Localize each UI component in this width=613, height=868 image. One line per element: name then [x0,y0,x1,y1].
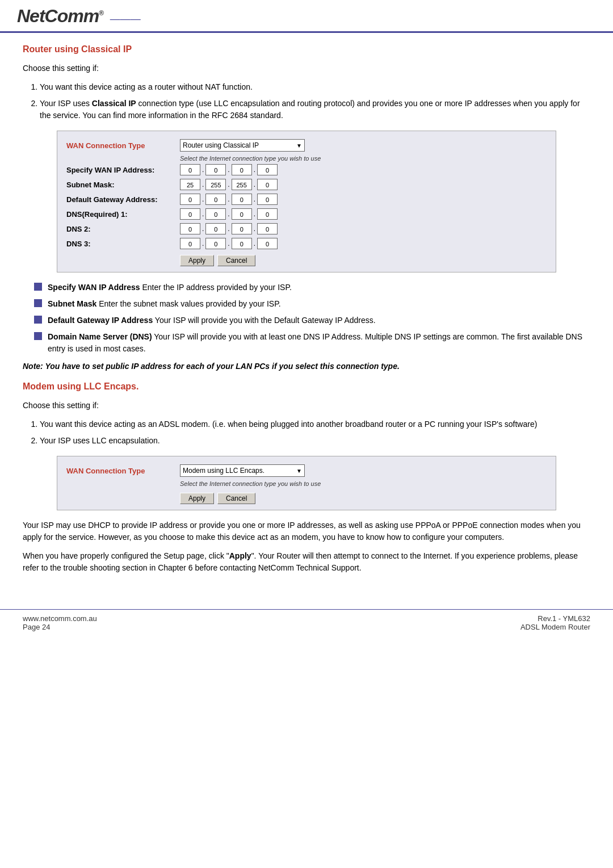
note-label: Note: [23,362,43,371]
bullet-icon-2 [34,299,42,307]
para2: When you have properly configured the Se… [23,550,590,574]
dns3-row: DNS 3: 0 . 0 . 0 . 0 [66,238,547,249]
dropdown-arrow-icon-2: ▼ [296,468,302,474]
config-box-1: WAN Connection Type Router using Classic… [57,131,556,272]
config-box-2: WAN Connection Type Modem using LLC Enca… [57,456,556,510]
footer-page: Page 24 [23,623,97,631]
subnet-field-4[interactable]: 0 [257,179,278,190]
subnet-row: Subnet Mask: 25 . 255 . 255 . 0 [66,179,547,190]
wan-ip-field-4[interactable]: 0 [257,164,278,175]
bullet-text-4: Domain Name Server (DNS) Your ISP will p… [48,331,590,355]
dns1-ip-fields: 0 . 0 . 0 . 0 [180,208,278,220]
section2-title: Modem using LLC Encaps. [23,381,590,392]
dns1-field-2[interactable]: 0 [205,208,226,220]
dns1-field-4[interactable]: 0 [257,208,278,220]
dns3-label: DNS 3: [66,240,180,248]
dns2-row: DNS 2: 0 . 0 . 0 . 0 [66,223,547,234]
gateway-label: Default Gateway Address: [66,195,180,204]
subnet-field-2[interactable]: 255 [205,179,226,190]
bullet-text-3: Default Gateway IP Address Your ISP will… [48,315,376,326]
dropdown-arrow-icon: ▼ [296,142,302,149]
dns3-field-2[interactable]: 0 [205,238,226,249]
wan-type-dropdown[interactable]: Router using Classical IP ▼ [180,139,305,152]
wan-ip-field-2[interactable]: 0 [205,164,226,175]
bullet-term-1: Specify WAN IP Address [48,283,140,292]
wan-ip-field-1[interactable]: 0 [180,164,200,175]
dns2-field-4[interactable]: 0 [257,223,278,234]
wan-type-row: WAN Connection Type Router using Classic… [66,139,547,152]
intro1-text: Choose this setting if: [23,62,590,74]
section1-title: Router using Classical IP [23,44,590,54]
logo-dashes: ——— [110,13,141,24]
bullet-item-3: Default Gateway IP Address Your ISP will… [34,315,590,326]
bullet-item-4: Domain Name Server (DNS) Your ISP will p… [34,331,590,355]
note-text: Note: You have to set public IP address … [23,360,590,372]
footer-rev: Rev.1 - YML632 [520,614,590,623]
bullet-term-3: Default Gateway IP Address [48,316,153,325]
dns1-field-1[interactable]: 0 [180,208,200,220]
bullet-icon-3 [34,316,42,324]
bullet-list-1: Specify WAN IP Address Enter the IP addr… [34,282,590,355]
wan-type-label: WAN Connection Type [66,141,180,150]
dns3-ip-fields: 0 . 0 . 0 . 0 [180,238,278,249]
dns3-field-1[interactable]: 0 [180,238,200,249]
cancel-button-1[interactable]: Cancel [217,255,255,266]
wan-ip-row: Specify WAN IP Address: 0 . 0 . 0 . 0 [66,164,547,175]
list2-item2: Your ISP uses LLC encapsulation. [40,435,590,447]
config2-buttons: Apply Cancel [180,493,547,504]
gateway-field-4[interactable]: 0 [257,194,278,205]
bullet-text-1: Specify WAN IP Address Enter the IP addr… [48,282,292,293]
dns3-field-4[interactable]: 0 [257,238,278,249]
list1-item1: You want this device acting as a router … [40,81,590,93]
dns2-field-2[interactable]: 0 [205,223,226,234]
dns1-field-3[interactable]: 0 [232,208,252,220]
subnet-label: Subnet Mask: [66,181,180,189]
para1: Your ISP may use DHCP to provide IP addr… [23,519,590,543]
bullet-text-2: Subnet Mask Enter the subnet mask values… [48,298,281,310]
footer-left: www.netcomm.com.au Page 24 [23,614,97,631]
wan-type-hint-2: Select the Internet connection type you … [180,480,547,487]
dns2-field-3[interactable]: 0 [232,223,252,234]
section1-list: You want this device acting as a router … [40,81,590,121]
page-header: NetComm® ——— [0,0,613,33]
gateway-field-2[interactable]: 0 [205,194,226,205]
dns1-label: DNS(Required) 1: [66,210,180,219]
intro2-text: Choose this setting if: [23,400,590,412]
logo: NetComm® ——— [17,6,141,27]
wan-type-value: Router using Classical IP [183,141,259,149]
footer-product: ADSL Modem Router [520,623,590,631]
page-footer: www.netcomm.com.au Page 24 Rev.1 - YML63… [0,609,613,636]
wan-type-row-2: WAN Connection Type Modem using LLC Enca… [66,464,547,477]
dns2-label: DNS 2: [66,225,180,233]
gateway-field-3[interactable]: 0 [232,194,252,205]
apply-button-1[interactable]: Apply [180,255,214,266]
dns1-row: DNS(Required) 1: 0 . 0 . 0 . 0 [66,208,547,220]
bullet-term-2: Subnet Mask [48,299,96,308]
gateway-row: Default Gateway Address: 0 . 0 . 0 . 0 [66,194,547,205]
bullet-item-2: Subnet Mask Enter the subnet mask values… [34,298,590,310]
list2-item1: You want this device acting as an ADSL m… [40,418,590,430]
logo-text: NetComm® [17,6,108,26]
gateway-field-1[interactable]: 0 [180,194,200,205]
subnet-field-3[interactable]: 255 [232,179,252,190]
wan-type-dropdown-2[interactable]: Modem using LLC Encaps. ▼ [180,464,305,477]
gateway-ip-fields: 0 . 0 . 0 . 0 [180,194,278,205]
wan-ip-field-3[interactable]: 0 [232,164,252,175]
bullet-icon-4 [34,332,42,340]
apply-button-2[interactable]: Apply [180,493,214,504]
bullet-term-4: Domain Name Server (DNS) [48,332,152,341]
wan-type-value-2: Modem using LLC Encaps. [183,467,264,475]
subnet-field-1[interactable]: 25 [180,179,200,190]
subnet-ip-fields: 25 . 255 . 255 . 0 [180,179,278,190]
footer-right: Rev.1 - YML632 ADSL Modem Router [520,614,590,631]
dns3-field-3[interactable]: 0 [232,238,252,249]
cancel-button-2[interactable]: Cancel [217,493,255,504]
wan-ip-label: Specify WAN IP Address: [66,166,180,174]
wan-type-label-2: WAN Connection Type [66,467,180,475]
config1-buttons: Apply Cancel [180,255,547,266]
footer-website: www.netcomm.com.au [23,614,97,623]
logo-reg: ® [99,9,103,17]
wan-type-hint: Select the Internet connection type you … [180,155,547,162]
dns2-field-1[interactable]: 0 [180,223,200,234]
list1-item2: Your ISP uses Classical IP connection ty… [40,98,590,121]
